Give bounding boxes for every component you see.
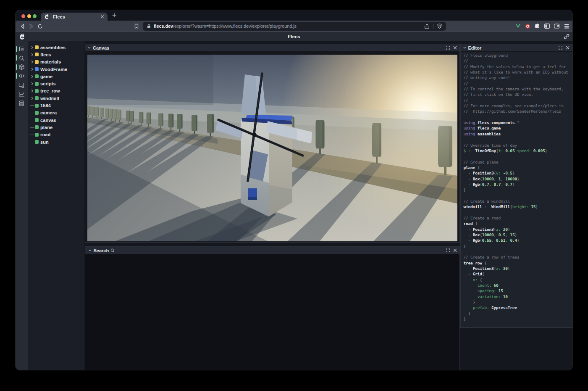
tree-item-canvas[interactable]: canvas xyxy=(28,116,84,124)
canvas-panel-title: Canvas xyxy=(93,45,109,50)
tree-item-label: flecs xyxy=(40,52,51,57)
sidebar-item-search[interactable] xyxy=(16,53,28,62)
code-line: - Rgb{0.55, 0.51, 0.4} xyxy=(464,238,572,243)
chevron-right-icon[interactable] xyxy=(30,75,34,78)
leaf-dash-icon xyxy=(30,105,34,106)
code-line: } xyxy=(464,311,572,316)
tree-item-label: sun xyxy=(40,140,49,145)
brave-shield-icon[interactable] xyxy=(437,24,442,29)
code-line: // For more examples, see examples/plecs… xyxy=(464,103,572,108)
browser-tab[interactable]: Flecs xyxy=(41,13,108,21)
bullet-icon xyxy=(89,250,91,251)
code-line: using assemblies xyxy=(464,131,572,137)
chevron-down-icon[interactable] xyxy=(88,47,91,49)
chevron-right-icon[interactable] xyxy=(30,68,34,71)
sidebar-item-canvas[interactable] xyxy=(16,63,28,71)
code-line: // Modify the values below to get a feel… xyxy=(464,64,572,69)
canvas-3d-scene[interactable] xyxy=(87,55,457,241)
tree-item-sun[interactable]: sun xyxy=(28,138,84,145)
sidebar-item-tables[interactable] xyxy=(16,98,28,107)
sidebar-item-editor[interactable] xyxy=(16,71,28,80)
chevron-right-icon[interactable] xyxy=(30,89,34,92)
entity-color-square xyxy=(35,140,39,144)
bookmark-icon[interactable] xyxy=(132,21,141,32)
search-panel-body[interactable] xyxy=(85,254,459,370)
chevron-right-icon[interactable] xyxy=(30,97,34,100)
tree-item-game[interactable]: game xyxy=(28,73,84,80)
chevron-down-icon[interactable] xyxy=(463,47,466,49)
close-icon[interactable] xyxy=(566,46,570,50)
expand-icon[interactable] xyxy=(559,46,562,50)
share-icon[interactable] xyxy=(425,24,429,29)
tree-item-tree_row[interactable]: tree_row xyxy=(28,87,84,95)
close-window-button[interactable] xyxy=(21,14,25,18)
code-line: // xyxy=(464,81,572,86)
code-line: - Position3{z: 30} xyxy=(464,266,572,271)
sidebar-toggle-icon[interactable] xyxy=(544,24,550,29)
entity-color-square xyxy=(35,118,39,122)
tree-item-WoodFrame[interactable]: WoodFrame xyxy=(28,66,84,73)
chevron-right-icon[interactable] xyxy=(30,82,34,85)
red-extension-icon[interactable] xyxy=(525,24,530,29)
tree-item-camera[interactable]: camera xyxy=(28,109,84,116)
tree-item-assemblies[interactable]: assemblies xyxy=(28,44,84,51)
back-button[interactable] xyxy=(18,21,26,32)
code-line: // Create a road xyxy=(464,215,572,221)
leaf-dash-icon xyxy=(30,127,34,127)
reload-button[interactable] xyxy=(36,21,44,32)
sidebar-item-stats[interactable] xyxy=(16,90,28,98)
tab-close-icon[interactable] xyxy=(100,15,104,18)
vue-extension-icon[interactable] xyxy=(515,24,521,29)
close-icon[interactable] xyxy=(453,248,457,252)
tree-item-plane[interactable]: plane xyxy=(28,124,84,131)
tree-item-flecs[interactable]: flecs xyxy=(28,51,84,58)
tree-item-windmill[interactable]: windmill xyxy=(28,95,84,102)
sidebar-item-screen[interactable] xyxy=(16,81,28,90)
code-line: - Box{10000, 0.5, 15} xyxy=(464,232,572,238)
code-line: using flecs.components.* xyxy=(464,120,572,125)
code-line: - Position3{z: 20} xyxy=(464,227,572,232)
prefab-color-square xyxy=(35,67,39,71)
tree-item-road[interactable]: road xyxy=(28,131,84,138)
editor-code[interactable]: // Flecs playground//// Modify the value… xyxy=(461,52,572,328)
url-bar[interactable]: flecs.dev/explorer/?wasm=https://www.fle… xyxy=(143,22,446,31)
search-panel-header[interactable]: Search xyxy=(85,247,459,254)
sidebar-item-entity-tree[interactable] xyxy=(16,45,28,53)
code-line: // Override time of day xyxy=(464,143,572,148)
module-color-square xyxy=(35,60,39,64)
tree-item-scripts[interactable]: scripts xyxy=(28,80,84,87)
editor-panel-title: Editor xyxy=(468,45,482,50)
share-link-icon[interactable] xyxy=(564,34,570,40)
url-text: flecs.dev/explorer/?wasm=https://www.fle… xyxy=(154,24,297,29)
expand-icon[interactable] xyxy=(446,248,450,252)
expand-icon[interactable] xyxy=(446,46,450,50)
canvas-panel-header[interactable]: Canvas xyxy=(85,44,459,51)
chevron-right-icon[interactable] xyxy=(30,46,34,49)
menu-icon[interactable] xyxy=(564,24,569,29)
forward-button[interactable] xyxy=(27,21,35,32)
editor-panel-header[interactable]: Editor xyxy=(461,44,572,51)
maximize-window-button[interactable] xyxy=(33,14,37,18)
code-line xyxy=(464,153,572,159)
search-icon xyxy=(18,55,25,61)
search-panel-title: Search xyxy=(94,248,109,253)
entity-color-square xyxy=(35,96,39,100)
extensions-puzzle-icon[interactable] xyxy=(535,24,540,29)
tree-item-1584[interactable]: 1584 xyxy=(28,102,84,109)
chevron-right-icon[interactable] xyxy=(30,60,34,63)
code-line xyxy=(464,249,572,254)
main-area: Canvas xyxy=(84,41,572,370)
minimize-window-button[interactable] xyxy=(27,14,31,18)
code-line: // Ground plane xyxy=(464,159,572,165)
close-icon[interactable] xyxy=(453,46,457,50)
tables-icon xyxy=(18,100,25,106)
leaf-dash-icon xyxy=(30,135,34,135)
code-line: // To control the camera with the keyboa… xyxy=(464,86,572,92)
new-tab-button[interactable] xyxy=(110,11,118,19)
code-line: count: 60 xyxy=(464,283,572,288)
wallet-icon[interactable] xyxy=(554,24,559,29)
tree-item-materials[interactable]: materials xyxy=(28,58,84,66)
screen-share-icon xyxy=(18,82,25,88)
entity-tree-icon xyxy=(18,46,25,52)
chevron-right-icon[interactable] xyxy=(30,53,34,56)
